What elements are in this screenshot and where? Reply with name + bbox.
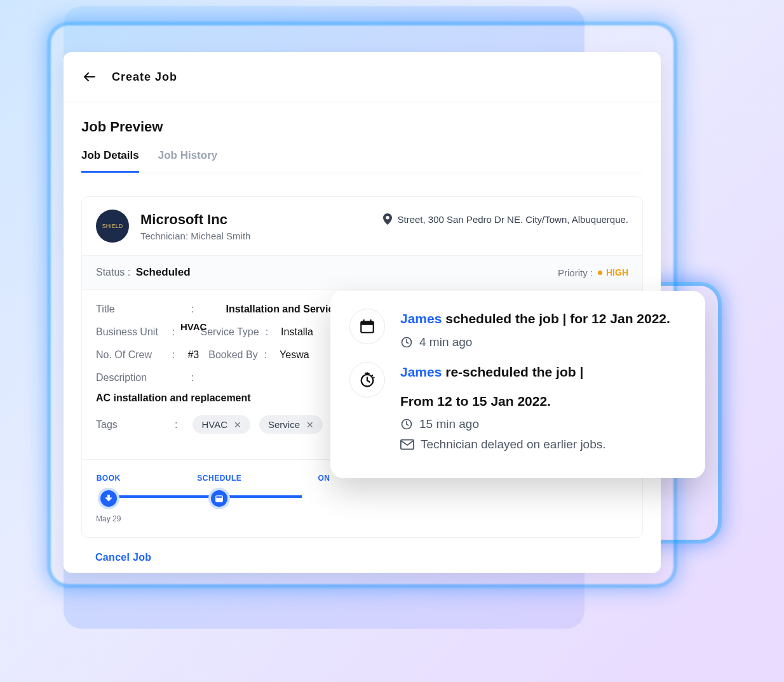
status-row: Status : Scheduled Priority : HIGH (82, 255, 642, 290)
history-message: James scheduled the job | for 12 Jan 202… (400, 309, 686, 329)
calendar-icon (215, 494, 224, 503)
tag-chip-service[interactable]: Service ✕ (259, 415, 323, 434)
history-icon-col (349, 362, 385, 451)
history-note-row: Technician delayed on earlier jobs. (400, 438, 686, 451)
timeline-step-book[interactable]: BOOK May 29 (96, 474, 121, 523)
tab-job-details[interactable]: Job Details (81, 149, 139, 173)
tag-remove-icon[interactable]: ✕ (306, 420, 314, 430)
status-label: Status : (96, 267, 130, 277)
envelope-icon (400, 439, 414, 450)
crew-label: No. Of Crew (96, 349, 166, 361)
company-id-col: SHIELD Microsoft Inc Technician: Micheal… (96, 210, 250, 243)
history-message: James re-scheduled the job | (400, 362, 686, 382)
priority-value: HIGH (606, 267, 628, 277)
company-name: Microsoft Inc (140, 211, 250, 228)
svg-point-10 (373, 377, 374, 378)
history-actor: James (400, 311, 442, 326)
crew-value: #3 (187, 349, 199, 361)
history-body: James scheduled the job | for 12 Jan 202… (400, 309, 686, 352)
tabs-row: Job Details Job History (81, 149, 643, 173)
pointer-icon (104, 493, 114, 504)
address-text: Street, 300 San Pedro Dr NE. City/Town, … (397, 214, 628, 225)
company-avatar: SHIELD (96, 210, 129, 243)
service-type-label: Service Type (200, 326, 259, 338)
svg-point-9 (372, 375, 373, 376)
description-label: Description (96, 372, 166, 384)
timeline-step-date: May 29 (96, 514, 121, 523)
address-row: Street, 300 San Pedro Dr NE. City/Town, … (383, 213, 628, 225)
company-head: SHIELD Microsoft Inc Technician: Micheal… (82, 197, 642, 255)
tag-chip-label: Service (268, 419, 300, 430)
history-icon-circle (349, 362, 385, 398)
history-item: James re-scheduled the job | From 12 to … (349, 362, 686, 451)
priority-dot-icon (598, 271, 602, 275)
history-message-line2: From 12 to 15 Jan 2022. (400, 391, 686, 411)
history-icon-circle (349, 309, 385, 344)
history-time: 15 min ago (419, 417, 479, 431)
tags-label: Tags (96, 419, 166, 431)
booked-by-label: Booked By (208, 349, 257, 361)
tab-job-history[interactable]: Job History (158, 149, 218, 173)
history-text: re-scheduled the job | (442, 364, 583, 379)
timeline-step-schedule[interactable]: SCHEDULE (197, 474, 241, 509)
back-arrow-button[interactable] (81, 69, 98, 85)
header-title: Create Job (112, 70, 177, 84)
priority-wrap: Priority : HIGH (558, 267, 628, 278)
clock-icon (400, 418, 413, 431)
business-unit-value-float: HVAC (180, 321, 206, 332)
timeline-step-icon-circle (208, 488, 230, 509)
page-title: Job Preview (81, 119, 643, 135)
history-note: Technician delayed on earlier jobs. (421, 438, 606, 451)
history-time-row: 4 min ago (400, 335, 686, 349)
reschedule-icon (358, 371, 376, 389)
status-value: Scheduled (136, 266, 191, 278)
booked-by-value: Yeswa (280, 349, 309, 361)
location-pin-icon (383, 213, 392, 225)
service-type-value: Installa (281, 326, 313, 338)
timeline-step-on[interactable]: ON (318, 474, 330, 483)
cancel-job-button[interactable]: Cancel Job (95, 552, 151, 563)
history-item: James scheduled the job | for 12 Jan 202… (349, 309, 686, 352)
history-body: James re-scheduled the job | From 12 to … (400, 362, 686, 451)
history-actor: James (400, 364, 442, 379)
title-value: Installation and Service (226, 304, 339, 315)
timeline-step-icon-circle (98, 488, 119, 509)
timeline-step-label: ON (318, 474, 330, 483)
avatar-text: SHIELD (102, 223, 123, 229)
tag-remove-icon[interactable]: ✕ (234, 420, 241, 430)
clock-icon (400, 336, 413, 349)
priority-label: Priority : (558, 267, 593, 278)
technician-line: Technician: Micheal Smith (140, 231, 250, 241)
svg-rect-4 (361, 321, 374, 324)
timeline-step-label: SCHEDULE (197, 474, 241, 483)
header-row: Create Job (64, 52, 661, 102)
history-icon-col (349, 309, 385, 352)
history-time-row: 15 min ago (400, 417, 686, 431)
priority-badge: HIGH (598, 267, 628, 277)
timeline-step-label: BOOK (97, 474, 121, 483)
history-time: 4 min ago (419, 335, 472, 349)
job-history-popover: James scheduled the job | for 12 Jan 202… (330, 291, 705, 478)
history-text: scheduled the job | for 12 Jan 2022. (442, 311, 670, 326)
footer-actions: Cancel Job (81, 538, 643, 573)
business-unit-label: Business Unit (96, 326, 166, 338)
tag-chip-hvac[interactable]: HVAC ✕ (193, 415, 250, 434)
title-label: Title (96, 304, 166, 315)
tag-chip-label: HVAC (201, 419, 227, 430)
calendar-icon (359, 318, 375, 335)
arrow-left-icon (82, 69, 97, 84)
